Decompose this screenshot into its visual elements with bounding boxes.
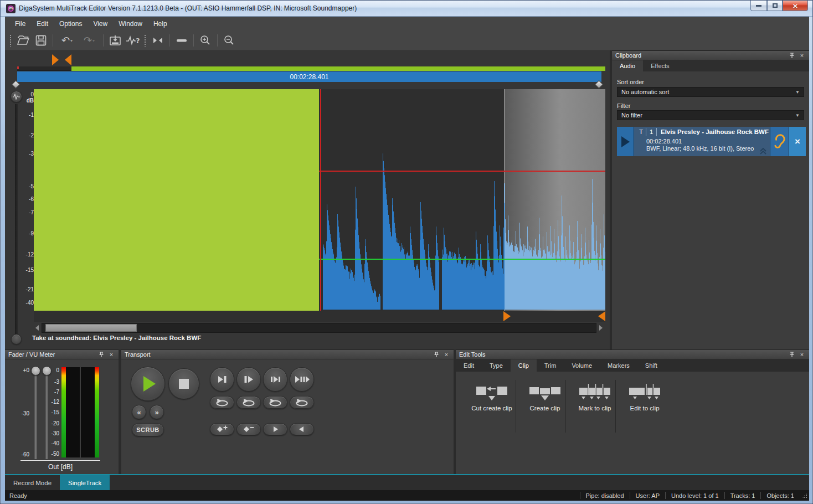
next-marker-button[interactable] <box>263 423 287 435</box>
skip-back-button[interactable]: « <box>132 405 146 419</box>
scrub-button[interactable]: SCRUB <box>132 423 164 436</box>
redo-dropdown-icon[interactable]: ▾ <box>92 38 95 43</box>
play-around-marks-button[interactable] <box>290 367 314 392</box>
title-bar[interactable]: m DigaSystem MultiTrack Editor Version 7… <box>1 1 812 17</box>
close-panel-icon[interactable]: × <box>798 52 806 59</box>
tab-audio[interactable]: Audio <box>612 60 643 71</box>
play-from-mark-button[interactable] <box>236 367 261 392</box>
create-clip-button[interactable]: Create clip <box>521 383 569 412</box>
clipboard-titlebar[interactable]: Clipboard × <box>612 50 809 60</box>
clip-play-button[interactable] <box>617 127 634 156</box>
horizontal-scrollbar[interactable] <box>42 323 596 333</box>
resize-grip[interactable] <box>801 492 808 499</box>
undo-dropdown-icon[interactable]: ▾ <box>70 38 73 43</box>
loop-to-mark-button[interactable] <box>210 396 234 409</box>
scroll-left-button[interactable] <box>34 323 40 333</box>
tab-volume[interactable]: Volume <box>564 359 600 372</box>
waveform-detect-button[interactable]: ? <box>124 33 142 48</box>
clip-remove-button[interactable]: × <box>789 127 806 156</box>
clip-body[interactable]: T 1 Elvis Presley - Jailhouse Rock BWF 0… <box>634 127 770 156</box>
sort-order-dropdown[interactable]: No automatic sort▼ <box>617 87 804 97</box>
marker-strip[interactable] <box>34 311 605 322</box>
toolbar-drag-handle[interactable] <box>144 34 147 47</box>
tab-record-mode[interactable]: Record Mode <box>5 475 60 490</box>
overview-in-marker[interactable] <box>52 54 59 65</box>
overview-out-marker[interactable] <box>65 54 71 65</box>
filter-dropdown[interactable]: No filter▼ <box>617 110 804 120</box>
tab-clip[interactable]: Clip <box>511 359 537 372</box>
scrollbar-thumb[interactable] <box>45 324 137 332</box>
playhead-line[interactable] <box>320 89 321 322</box>
loop-from-mark-button[interactable] <box>236 396 261 409</box>
edit-tools-titlebar[interactable]: Edit Tools × <box>456 349 809 359</box>
edit-in-marker[interactable] <box>503 311 511 321</box>
loop-around-marks-button[interactable] <box>290 396 314 409</box>
stop-button[interactable] <box>168 368 199 399</box>
toolbar-drag-handle[interactable] <box>9 34 12 47</box>
menu-options[interactable]: Options <box>54 18 88 30</box>
redo-button[interactable]: ↷▾ <box>78 33 100 48</box>
close-panel-icon[interactable]: × <box>798 351 806 358</box>
zoom-out-button[interactable] <box>220 33 238 48</box>
fader-knob-left[interactable] <box>31 366 40 376</box>
play-to-mark-button[interactable] <box>210 367 234 392</box>
pin-icon[interactable] <box>788 351 796 358</box>
overview-green-bar[interactable] <box>71 66 605 71</box>
close-panel-icon[interactable]: × <box>107 351 115 358</box>
meter-scale-label: -50 <box>47 451 59 457</box>
green-level-line[interactable] <box>319 259 605 260</box>
tab-markers[interactable]: Markers <box>600 359 637 372</box>
tab-effects[interactable]: Effects <box>643 60 677 71</box>
pin-icon[interactable] <box>433 351 440 358</box>
close-panel-icon[interactable]: × <box>442 351 450 358</box>
open-button[interactable] <box>14 33 32 48</box>
play-button[interactable] <box>131 367 165 401</box>
cut-create-clip-button[interactable]: Cut create clip <box>467 383 517 412</box>
overview-time-bar[interactable]: 00:02:28.401 <box>17 71 601 82</box>
fader-scale-label: -30 <box>16 410 29 416</box>
add-marker-button[interactable] <box>210 423 234 435</box>
save-button[interactable] <box>32 33 50 48</box>
minimize-button[interactable] <box>750 1 767 11</box>
zoom-in-button[interactable] <box>197 33 214 48</box>
tab-edit[interactable]: Edit <box>456 359 482 372</box>
menu-file[interactable]: File <box>9 18 31 30</box>
remove-marker-button[interactable] <box>236 423 261 435</box>
menu-view[interactable]: View <box>88 18 113 30</box>
tab-trim[interactable]: Trim <box>537 359 564 372</box>
pin-icon[interactable] <box>97 351 105 358</box>
menu-help[interactable]: Help <box>148 18 173 30</box>
tab-type[interactable]: Type <box>482 359 511 372</box>
vertical-zoom-knob[interactable] <box>11 334 22 344</box>
edit-to-clip-button[interactable]: Edit to clip <box>620 383 670 412</box>
skip-forward-button[interactable]: » <box>150 405 164 419</box>
play-between-marks-button[interactable] <box>263 367 287 392</box>
waveform-view[interactable] <box>34 89 605 311</box>
scroll-right-button[interactable] <box>598 323 604 333</box>
menu-edit[interactable]: Edit <box>31 18 54 30</box>
undo-button[interactable]: ↶▾ <box>56 33 78 48</box>
maximize-button[interactable] <box>767 1 783 11</box>
fader-track-left[interactable] <box>34 371 37 459</box>
overview-loaded-track[interactable] <box>17 66 605 71</box>
menu-window[interactable]: Window <box>113 18 148 30</box>
tab-shift[interactable]: Shift <box>637 359 665 372</box>
lime-selection-block[interactable] <box>34 89 319 311</box>
status-objects: Objects: 1 <box>760 492 800 499</box>
fader-titlebar[interactable]: Fader / VU Meter × <box>5 349 119 359</box>
import-take-button[interactable] <box>106 33 124 48</box>
mark-to-clip-button[interactable]: Mark to clip <box>570 383 620 412</box>
tab-singletrack[interactable]: SingleTrack <box>60 475 110 490</box>
clip-prelisten-button[interactable] <box>770 127 789 156</box>
clipboard-clip-entry[interactable]: T 1 Elvis Presley - Jailhouse Rock BWF 0… <box>617 127 806 156</box>
pin-icon[interactable] <box>788 52 796 59</box>
transport-titlebar[interactable]: Transport × <box>121 349 454 359</box>
loop-between-marks-button[interactable] <box>263 396 287 409</box>
close-button[interactable]: × <box>783 1 808 11</box>
prev-marker-button[interactable] <box>290 423 314 435</box>
snap-markers-button[interactable] <box>149 33 167 48</box>
sort-order-value: No automatic sort <box>621 89 669 95</box>
collapse-chevrons-icon[interactable] <box>759 148 767 155</box>
edit-out-marker[interactable] <box>598 311 605 321</box>
remove-button[interactable] <box>173 33 191 48</box>
